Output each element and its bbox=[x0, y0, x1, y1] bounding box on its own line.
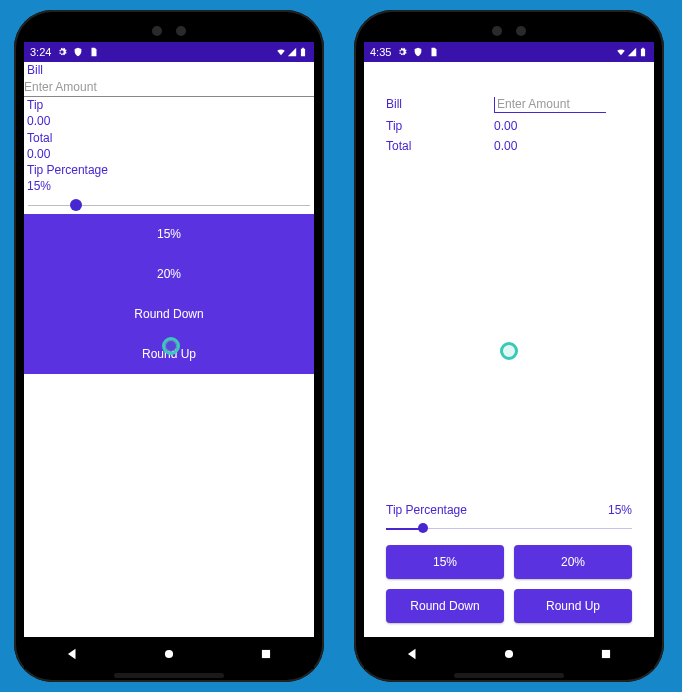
btn-round-up[interactable]: Round Up bbox=[514, 589, 632, 623]
tip-label: Tip bbox=[24, 97, 314, 113]
bill-label: Bill bbox=[386, 97, 494, 113]
nav-home-icon[interactable] bbox=[162, 647, 176, 661]
total-value: 0.00 bbox=[494, 139, 517, 153]
tip-label: Tip bbox=[386, 119, 494, 133]
sim-icon bbox=[89, 47, 99, 57]
nav-back-icon[interactable] bbox=[65, 647, 79, 661]
signal-icon bbox=[287, 47, 297, 57]
wifi-icon bbox=[276, 47, 286, 57]
notch bbox=[364, 20, 654, 42]
tip-percentage-label: Tip Percentage bbox=[386, 503, 467, 517]
nav-recent-icon[interactable] bbox=[259, 647, 273, 661]
touch-indicator-icon bbox=[500, 342, 518, 360]
svg-rect-3 bbox=[602, 650, 610, 658]
touch-indicator-icon bbox=[162, 337, 180, 355]
nav-back-icon[interactable] bbox=[405, 647, 419, 661]
battery-icon bbox=[638, 47, 648, 57]
screen: 3:24 bbox=[24, 42, 314, 637]
app-content-right: Bill Tip 0.00 Total 0.00 Tip Percentage … bbox=[364, 62, 654, 637]
signal-icon bbox=[627, 47, 637, 57]
shield-icon bbox=[413, 47, 423, 57]
nav-home-icon[interactable] bbox=[502, 647, 516, 661]
svg-rect-1 bbox=[262, 650, 270, 658]
bill-label: Bill bbox=[24, 62, 314, 78]
wifi-icon bbox=[616, 47, 626, 57]
status-bar: 3:24 bbox=[24, 42, 314, 62]
btn-15[interactable]: 15% bbox=[24, 214, 314, 254]
tip-percentage-label: Tip Percentage bbox=[24, 162, 314, 178]
phone-left: 3:24 bbox=[14, 10, 324, 682]
tip-value: 0.00 bbox=[494, 119, 517, 133]
sim-icon bbox=[429, 47, 439, 57]
btn-round-down[interactable]: Round Down bbox=[24, 294, 314, 334]
total-label: Total bbox=[386, 139, 494, 153]
tip-percentage-value: 15% bbox=[24, 178, 314, 194]
status-bar: 4:35 bbox=[364, 42, 654, 62]
total-value: 0.00 bbox=[24, 146, 314, 162]
app-content-left: Bill Tip 0.00 Total 0.00 Tip Percentage … bbox=[24, 62, 314, 637]
btn-round-down[interactable]: Round Down bbox=[386, 589, 504, 623]
btn-20[interactable]: 20% bbox=[514, 545, 632, 579]
shield-icon bbox=[73, 47, 83, 57]
phone-right: 4:35 bbox=[354, 10, 664, 682]
status-time: 4:35 bbox=[370, 46, 391, 58]
bill-input[interactable] bbox=[494, 97, 606, 113]
tip-value: 0.00 bbox=[24, 113, 314, 129]
total-label: Total bbox=[24, 130, 314, 146]
svg-point-2 bbox=[505, 650, 513, 658]
battery-icon bbox=[298, 47, 308, 57]
screen: 4:35 bbox=[364, 42, 654, 637]
nav-bar bbox=[24, 639, 314, 669]
notch bbox=[24, 20, 314, 42]
tip-slider[interactable] bbox=[28, 196, 310, 214]
gear-icon bbox=[57, 47, 67, 57]
bill-input[interactable] bbox=[24, 78, 314, 97]
svg-point-0 bbox=[165, 650, 173, 658]
nav-bar bbox=[364, 639, 654, 669]
nav-recent-icon[interactable] bbox=[599, 647, 613, 661]
tip-percentage-value: 15% bbox=[608, 503, 632, 517]
gear-icon bbox=[397, 47, 407, 57]
tip-slider[interactable] bbox=[386, 521, 632, 535]
btn-20[interactable]: 20% bbox=[24, 254, 314, 294]
status-time: 3:24 bbox=[30, 46, 51, 58]
btn-15[interactable]: 15% bbox=[386, 545, 504, 579]
